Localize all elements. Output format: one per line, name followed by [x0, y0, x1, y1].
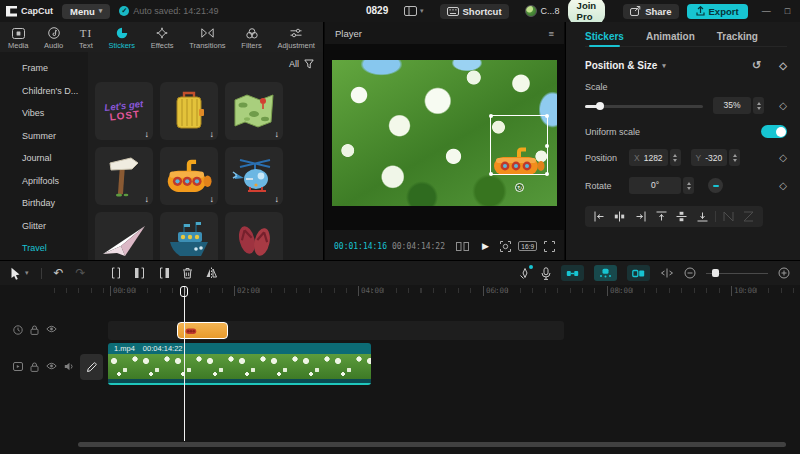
timeline-horizontal-scrollbar[interactable] [78, 442, 786, 447]
menu-button[interactable]: Menu ▾ [62, 4, 110, 19]
category-aprilfools[interactable]: Aprilfools [0, 170, 88, 193]
category-journal[interactable]: Journal [0, 147, 88, 170]
keyframe-add-button[interactable] [519, 267, 531, 279]
adjust-track-height-button[interactable] [660, 268, 674, 278]
align-center-vertical-button[interactable] [672, 211, 693, 222]
lock-icon[interactable] [30, 362, 39, 372]
timeline-zoom-slider[interactable] [706, 268, 768, 278]
play-button[interactable]: ▶ [482, 241, 489, 251]
align-left-button[interactable] [589, 211, 610, 222]
zoom-out-button[interactable] [684, 267, 696, 279]
sticker-selection-box[interactable] [490, 115, 548, 175]
resize-handle-sw[interactable] [489, 172, 493, 176]
magnetic-snap-toggle[interactable] [561, 265, 584, 281]
rotate-value-input[interactable]: 0° [629, 177, 681, 194]
voiceover-button[interactable] [541, 267, 551, 280]
video-frame[interactable]: ↻ [332, 60, 557, 206]
player-menu-icon[interactable]: ≡ [548, 28, 554, 39]
resize-handle-nw[interactable] [489, 114, 493, 118]
fit-preview-icon[interactable] [500, 241, 511, 252]
clock-icon[interactable] [13, 325, 23, 335]
filter-all-label[interactable]: All [289, 59, 299, 69]
account-button[interactable]: C...8 [525, 5, 560, 17]
category-summer[interactable]: Summer [0, 125, 88, 148]
reset-icon[interactable]: ↺ [752, 59, 761, 72]
tab-media[interactable]: Media [8, 27, 28, 50]
tab-animation[interactable]: Animation [646, 31, 695, 42]
resize-handle-se[interactable] [545, 172, 549, 176]
scale-slider[interactable] [585, 101, 703, 111]
keyframe-icon[interactable]: ◇ [779, 60, 787, 71]
rotate-dial[interactable] [708, 178, 723, 193]
tab-text[interactable]: TI Text [79, 27, 93, 50]
aspect-ratio-button[interactable]: 16:9 [518, 241, 537, 251]
rotate-stepper[interactable] [683, 177, 694, 194]
delete-left-button[interactable] [134, 267, 146, 279]
tab-adjustment[interactable]: Adjustment [277, 27, 315, 50]
lock-icon[interactable] [30, 325, 39, 335]
sticker-card[interactable]: ↓ [225, 147, 283, 205]
tab-filters[interactable]: Filters [241, 27, 261, 50]
link-preview-toggle[interactable] [627, 265, 650, 281]
undo-button[interactable]: ↶ [54, 266, 64, 280]
eye-icon[interactable] [46, 362, 57, 370]
select-tool-button[interactable]: ▾ [10, 267, 29, 280]
edit-cover-button[interactable] [80, 354, 103, 380]
sticker-card[interactable]: ↓ [95, 147, 153, 205]
position-y-stepper[interactable] [729, 149, 740, 166]
align-center-horizontal-button[interactable] [610, 211, 631, 222]
keyframe-icon[interactable]: ◇ [779, 180, 787, 191]
minimize-button[interactable]: — [762, 6, 771, 16]
uniform-scale-toggle[interactable] [761, 125, 787, 138]
resize-handle-ne[interactable] [545, 114, 549, 118]
scale-stepper[interactable] [753, 97, 764, 114]
align-right-button[interactable] [630, 211, 651, 222]
category-vibes[interactable]: Vibes [0, 102, 88, 125]
playhead-handle[interactable] [180, 286, 188, 297]
tab-tracking[interactable]: Tracking [717, 31, 758, 42]
keyframe-icon[interactable]: ◇ [779, 100, 787, 111]
tab-audio[interactable]: Audio [44, 27, 63, 50]
timeline-ruler[interactable]: 00:00 02:00 04:00 06:00 08:00 10:00 [0, 285, 800, 299]
scale-value-input[interactable]: 35% [713, 97, 751, 114]
align-top-button[interactable] [651, 211, 672, 222]
auto-attract-toggle[interactable] [594, 265, 617, 281]
share-button[interactable]: Share [623, 4, 678, 19]
playhead-line[interactable] [184, 286, 185, 441]
align-bottom-button[interactable] [692, 211, 713, 222]
sticker-card[interactable]: ↓ [160, 147, 218, 205]
sticker-card[interactable]: ↓ [225, 82, 283, 140]
zoom-slider-knob[interactable] [712, 269, 719, 277]
resize-handle-e[interactable] [545, 144, 549, 148]
position-y-input[interactable]: Y -320 [691, 149, 728, 166]
fullscreen-icon[interactable] [544, 241, 555, 252]
zoom-in-button[interactable] [778, 267, 790, 279]
speaker-icon[interactable] [64, 362, 75, 371]
category-frame[interactable]: Frame [0, 57, 88, 80]
position-size-section-header[interactable]: Position & Size ▾ ↺ ◇ [585, 59, 787, 72]
maximize-button[interactable]: □ [785, 6, 790, 16]
workspace-layout-button[interactable]: ▾ [404, 6, 424, 16]
tab-stickers[interactable]: Stickers [108, 27, 135, 50]
eye-icon[interactable] [46, 325, 57, 333]
position-x-stepper[interactable] [670, 149, 681, 166]
mirror-button[interactable] [205, 267, 218, 279]
position-x-input[interactable]: X 1282 [629, 149, 668, 166]
delete-right-button[interactable] [158, 267, 170, 279]
video-timeline-clip[interactable]: 1.mp4 00:04:14:22 [108, 343, 371, 385]
frame-step-icon[interactable] [456, 242, 469, 251]
preview-canvas[interactable]: ↻ [325, 44, 564, 230]
join-pro-button[interactable]: Join Pro [568, 0, 606, 24]
scale-slider-knob[interactable] [596, 102, 604, 110]
category-childrens-day[interactable]: Children's D... [0, 80, 88, 103]
category-birthday[interactable]: Birthday [0, 192, 88, 215]
keyframe-icon[interactable]: ◇ [779, 152, 787, 163]
filter-funnel-icon[interactable] [304, 59, 314, 69]
shortcut-button[interactable]: Shortcut [440, 4, 509, 19]
sticker-card[interactable]: Let's get LOST ↓ [95, 82, 153, 140]
delete-button[interactable] [182, 267, 193, 279]
sticker-card[interactable]: ↓ [160, 82, 218, 140]
tab-transitions[interactable]: Transitions [189, 27, 225, 50]
category-travel[interactable]: Travel [0, 237, 88, 260]
tab-effects[interactable]: Effects [151, 27, 174, 50]
